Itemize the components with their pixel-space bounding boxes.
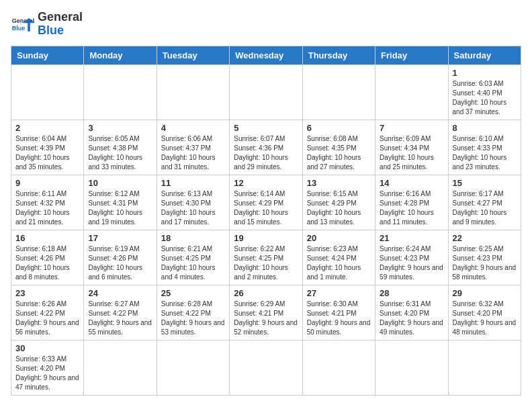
day-number: 26 xyxy=(234,288,298,298)
day-info: Sunrise: 6:24 AM Sunset: 4:23 PM Dayligh… xyxy=(380,244,443,282)
calendar-cell: 25Sunrise: 6:28 AM Sunset: 4:22 PM Dayli… xyxy=(157,285,229,340)
day-number: 5 xyxy=(234,123,298,133)
calendar-cell: 12Sunrise: 6:14 AM Sunset: 4:29 PM Dayli… xyxy=(230,175,302,230)
day-info: Sunrise: 6:18 AM Sunset: 4:26 PM Dayligh… xyxy=(15,244,79,282)
day-info: Sunrise: 6:12 AM Sunset: 4:31 PM Dayligh… xyxy=(88,189,152,227)
day-number: 29 xyxy=(453,288,517,298)
day-number: 23 xyxy=(15,288,79,298)
calendar-cell: 13Sunrise: 6:15 AM Sunset: 4:29 PM Dayli… xyxy=(302,175,375,230)
day-number: 3 xyxy=(88,123,152,133)
week-row-4: 16Sunrise: 6:18 AM Sunset: 4:26 PM Dayli… xyxy=(11,230,521,285)
day-info: Sunrise: 6:25 AM Sunset: 4:23 PM Dayligh… xyxy=(453,244,517,282)
day-info: Sunrise: 6:30 AM Sunset: 4:21 PM Dayligh… xyxy=(307,300,371,337)
weekday-header-thursday: Thursday xyxy=(302,46,375,64)
day-info: Sunrise: 6:08 AM Sunset: 4:35 PM Dayligh… xyxy=(307,134,371,172)
day-number: 19 xyxy=(234,233,298,243)
day-info: Sunrise: 6:17 AM Sunset: 4:27 PM Dayligh… xyxy=(453,189,517,227)
day-number: 15 xyxy=(453,178,517,188)
day-info: Sunrise: 6:14 AM Sunset: 4:29 PM Dayligh… xyxy=(234,189,298,227)
day-info: Sunrise: 6:22 AM Sunset: 4:25 PM Dayligh… xyxy=(234,244,298,282)
calendar-cell: 4Sunrise: 6:06 AM Sunset: 4:37 PM Daylig… xyxy=(157,120,229,175)
week-row-2: 2Sunrise: 6:04 AM Sunset: 4:39 PM Daylig… xyxy=(11,120,521,175)
weekday-header-wednesday: Wednesday xyxy=(230,46,302,64)
day-info: Sunrise: 6:33 AM Sunset: 4:20 PM Dayligh… xyxy=(15,355,79,392)
calendar-cell xyxy=(157,64,229,120)
day-number: 1 xyxy=(453,68,517,78)
calendar-cell: 8Sunrise: 6:10 AM Sunset: 4:33 PM Daylig… xyxy=(448,120,521,175)
day-info: Sunrise: 6:06 AM Sunset: 4:37 PM Dayligh… xyxy=(161,134,225,172)
day-info: Sunrise: 6:29 AM Sunset: 4:21 PM Dayligh… xyxy=(234,300,298,337)
day-number: 8 xyxy=(453,123,517,133)
day-number: 6 xyxy=(307,123,371,133)
day-number: 27 xyxy=(307,288,371,298)
calendar-cell: 26Sunrise: 6:29 AM Sunset: 4:21 PM Dayli… xyxy=(230,285,302,340)
calendar-table: SundayMondayTuesdayWednesdayThursdayFrid… xyxy=(11,46,521,396)
day-number: 11 xyxy=(161,178,225,188)
day-info: Sunrise: 6:04 AM Sunset: 4:39 PM Dayligh… xyxy=(15,134,79,172)
calendar-cell xyxy=(448,340,521,395)
calendar-cell xyxy=(230,64,302,120)
day-number: 13 xyxy=(307,178,371,188)
calendar-cell: 28Sunrise: 6:31 AM Sunset: 4:20 PM Dayli… xyxy=(375,285,448,340)
calendar-cell: 7Sunrise: 6:09 AM Sunset: 4:34 PM Daylig… xyxy=(375,120,448,175)
logo: General Blue General Blue xyxy=(11,11,83,38)
day-info: Sunrise: 6:21 AM Sunset: 4:25 PM Dayligh… xyxy=(161,244,225,282)
calendar-cell: 15Sunrise: 6:17 AM Sunset: 4:27 PM Dayli… xyxy=(448,175,521,230)
calendar-cell: 22Sunrise: 6:25 AM Sunset: 4:23 PM Dayli… xyxy=(448,230,521,285)
calendar-cell: 2Sunrise: 6:04 AM Sunset: 4:39 PM Daylig… xyxy=(11,120,84,175)
calendar-cell xyxy=(375,64,448,120)
calendar-cell xyxy=(375,340,448,395)
week-row-5: 23Sunrise: 6:26 AM Sunset: 4:22 PM Dayli… xyxy=(11,285,521,340)
day-info: Sunrise: 6:28 AM Sunset: 4:22 PM Dayligh… xyxy=(161,300,225,337)
calendar-cell: 16Sunrise: 6:18 AM Sunset: 4:26 PM Dayli… xyxy=(11,230,84,285)
calendar-cell: 27Sunrise: 6:30 AM Sunset: 4:21 PM Dayli… xyxy=(302,285,375,340)
calendar-cell xyxy=(230,340,302,395)
day-number: 17 xyxy=(88,233,152,243)
day-info: Sunrise: 6:03 AM Sunset: 4:40 PM Dayligh… xyxy=(453,79,517,117)
calendar-cell: 24Sunrise: 6:27 AM Sunset: 4:22 PM Dayli… xyxy=(84,285,157,340)
day-info: Sunrise: 6:23 AM Sunset: 4:24 PM Dayligh… xyxy=(307,244,371,282)
calendar-cell: 18Sunrise: 6:21 AM Sunset: 4:25 PM Dayli… xyxy=(157,230,229,285)
calendar-cell: 6Sunrise: 6:08 AM Sunset: 4:35 PM Daylig… xyxy=(302,120,375,175)
day-info: Sunrise: 6:31 AM Sunset: 4:20 PM Dayligh… xyxy=(380,300,443,337)
weekday-header-saturday: Saturday xyxy=(448,46,521,64)
day-info: Sunrise: 6:11 AM Sunset: 4:32 PM Dayligh… xyxy=(15,189,79,227)
week-row-1: 1Sunrise: 6:03 AM Sunset: 4:40 PM Daylig… xyxy=(11,64,521,120)
day-number: 2 xyxy=(15,123,79,133)
day-number: 4 xyxy=(161,123,225,133)
calendar-cell xyxy=(302,64,375,120)
calendar-cell: 17Sunrise: 6:19 AM Sunset: 4:26 PM Dayli… xyxy=(84,230,157,285)
day-number: 14 xyxy=(380,178,443,188)
calendar-cell: 29Sunrise: 6:32 AM Sunset: 4:20 PM Dayli… xyxy=(448,285,521,340)
weekday-header-sunday: Sunday xyxy=(11,46,84,64)
calendar-cell: 20Sunrise: 6:23 AM Sunset: 4:24 PM Dayli… xyxy=(302,230,375,285)
calendar-cell: 30Sunrise: 6:33 AM Sunset: 4:20 PM Dayli… xyxy=(11,340,84,395)
logo-text: General Blue xyxy=(38,11,83,38)
day-info: Sunrise: 6:19 AM Sunset: 4:26 PM Dayligh… xyxy=(88,244,152,282)
day-number: 30 xyxy=(15,343,79,353)
calendar-cell xyxy=(84,340,157,395)
day-number: 10 xyxy=(88,178,152,188)
weekday-header-tuesday: Tuesday xyxy=(157,46,229,64)
day-info: Sunrise: 6:10 AM Sunset: 4:33 PM Dayligh… xyxy=(453,134,517,172)
calendar-cell xyxy=(302,340,375,395)
calendar-cell: 9Sunrise: 6:11 AM Sunset: 4:32 PM Daylig… xyxy=(11,175,84,230)
calendar-cell: 14Sunrise: 6:16 AM Sunset: 4:28 PM Dayli… xyxy=(375,175,448,230)
day-info: Sunrise: 6:26 AM Sunset: 4:22 PM Dayligh… xyxy=(15,300,79,337)
calendar-cell: 23Sunrise: 6:26 AM Sunset: 4:22 PM Dayli… xyxy=(11,285,84,340)
calendar-cell: 21Sunrise: 6:24 AM Sunset: 4:23 PM Dayli… xyxy=(375,230,448,285)
week-row-6: 30Sunrise: 6:33 AM Sunset: 4:20 PM Dayli… xyxy=(11,340,521,395)
day-number: 9 xyxy=(15,178,79,188)
day-info: Sunrise: 6:15 AM Sunset: 4:29 PM Dayligh… xyxy=(307,189,371,227)
day-number: 18 xyxy=(161,233,225,243)
day-number: 20 xyxy=(307,233,371,243)
day-number: 7 xyxy=(380,123,443,133)
day-number: 28 xyxy=(380,288,443,298)
day-number: 25 xyxy=(161,288,225,298)
page-header: General Blue General Blue xyxy=(11,11,521,38)
svg-text:Blue: Blue xyxy=(12,25,26,32)
weekday-header-monday: Monday xyxy=(84,46,157,64)
calendar-cell xyxy=(157,340,229,395)
day-number: 16 xyxy=(15,233,79,243)
calendar-cell xyxy=(84,64,157,120)
